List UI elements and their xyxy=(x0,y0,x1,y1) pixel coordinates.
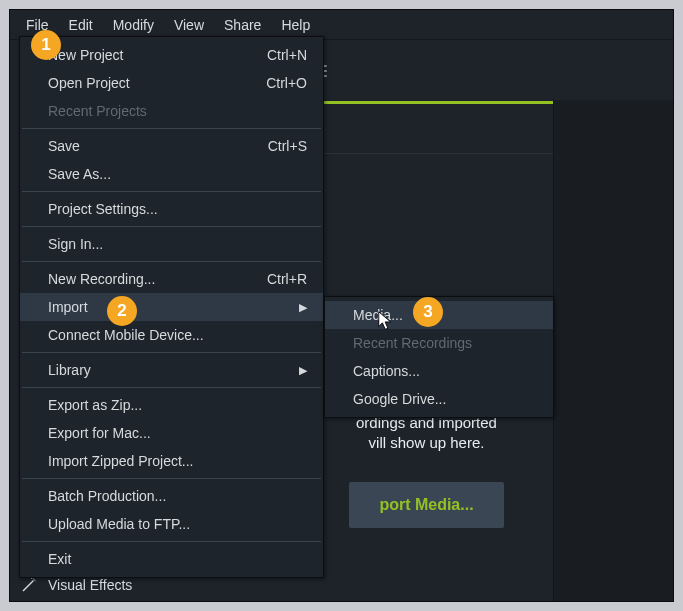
menu-separator xyxy=(22,191,321,192)
menu-item-shortcut: Ctrl+N xyxy=(267,47,307,63)
menu-item-label: Import xyxy=(48,299,88,315)
menu-item-open-project[interactable]: Open Project Ctrl+O xyxy=(20,69,323,97)
menu-item-library[interactable]: Library ▶ xyxy=(20,356,323,384)
menu-item-upload-ftp[interactable]: Upload Media to FTP... xyxy=(20,510,323,538)
menu-separator xyxy=(22,352,321,353)
menu-item-label: Save xyxy=(48,138,80,154)
menu-item-label: Captions... xyxy=(353,363,420,379)
menu-item-import[interactable]: Import ▶ xyxy=(20,293,323,321)
menu-item-new-project[interactable]: New Project Ctrl+N xyxy=(20,41,323,69)
menu-item-label: Project Settings... xyxy=(48,201,158,217)
menu-item-label: Save As... xyxy=(48,166,111,182)
menu-item-recent-projects: Recent Projects xyxy=(20,97,323,125)
menu-item-label: Google Drive... xyxy=(353,391,446,407)
menu-item-export-mac[interactable]: Export for Mac... xyxy=(20,419,323,447)
menu-item-label: Open Project xyxy=(48,75,130,91)
menu-item-label: Sign In... xyxy=(48,236,103,252)
menu-item-label: Export for Mac... xyxy=(48,425,151,441)
menu-item-connect-mobile[interactable]: Connect Mobile Device... xyxy=(20,321,323,349)
menu-item-label: Recent Projects xyxy=(48,103,147,119)
annotation-step-1: 1 xyxy=(31,30,61,60)
menu-item-project-settings[interactable]: Project Settings... xyxy=(20,195,323,223)
menu-item-shortcut: Ctrl+O xyxy=(266,75,307,91)
menu-item-label: Batch Production... xyxy=(48,488,166,504)
menu-item-exit[interactable]: Exit xyxy=(20,545,323,573)
menu-item-new-recording[interactable]: New Recording... Ctrl+R xyxy=(20,265,323,293)
menu-item-label: Import Zipped Project... xyxy=(48,453,194,469)
menu-separator xyxy=(22,478,321,479)
annotation-step-3: 3 xyxy=(413,297,443,327)
menu-view[interactable]: View xyxy=(164,11,214,39)
import-media-button[interactable]: port Media... xyxy=(349,482,503,528)
menu-item-sign-in[interactable]: Sign In... xyxy=(20,230,323,258)
submenu-item-google-drive[interactable]: Google Drive... xyxy=(325,385,553,413)
right-strip xyxy=(553,100,673,601)
menu-separator xyxy=(22,226,321,227)
menu-separator xyxy=(22,128,321,129)
menu-separator xyxy=(22,387,321,388)
menu-help[interactable]: Help xyxy=(271,11,320,39)
menu-item-label: Media... xyxy=(353,307,403,323)
menu-item-import-zipped[interactable]: Import Zipped Project... xyxy=(20,447,323,475)
menu-item-label: Connect Mobile Device... xyxy=(48,327,204,343)
file-menu-dropdown: New Project Ctrl+N Open Project Ctrl+O R… xyxy=(19,36,324,578)
menu-share[interactable]: Share xyxy=(214,11,271,39)
menu-item-label: Library xyxy=(48,362,91,378)
menu-item-label: Exit xyxy=(48,551,71,567)
empty-line: vill show up here. xyxy=(369,434,485,451)
menu-item-batch-production[interactable]: Batch Production... xyxy=(20,482,323,510)
menu-item-shortcut: Ctrl+R xyxy=(267,271,307,287)
menu-item-label: New Recording... xyxy=(48,271,155,287)
svg-line-0 xyxy=(23,581,34,592)
wand-icon xyxy=(20,576,38,594)
sidebar-item-label: Visual Effects xyxy=(48,577,132,593)
menu-separator xyxy=(22,261,321,262)
menu-modify[interactable]: Modify xyxy=(103,11,164,39)
menu-item-export-zip[interactable]: Export as Zip... xyxy=(20,391,323,419)
submenu-arrow-icon: ▶ xyxy=(299,364,307,377)
menu-edit[interactable]: Edit xyxy=(59,11,103,39)
submenu-arrow-icon: ▶ xyxy=(299,301,307,314)
menu-item-save[interactable]: Save Ctrl+S xyxy=(20,132,323,160)
menu-item-label: Recent Recordings xyxy=(353,335,472,351)
submenu-item-recent-recordings: Recent Recordings xyxy=(325,329,553,357)
menu-item-save-as[interactable]: Save As... xyxy=(20,160,323,188)
submenu-item-captions[interactable]: Captions... xyxy=(325,357,553,385)
menu-item-label: Export as Zip... xyxy=(48,397,142,413)
menu-item-shortcut: Ctrl+S xyxy=(268,138,307,154)
menu-separator xyxy=(22,541,321,542)
annotation-step-2: 2 xyxy=(107,296,137,326)
menu-item-label: Upload Media to FTP... xyxy=(48,516,190,532)
